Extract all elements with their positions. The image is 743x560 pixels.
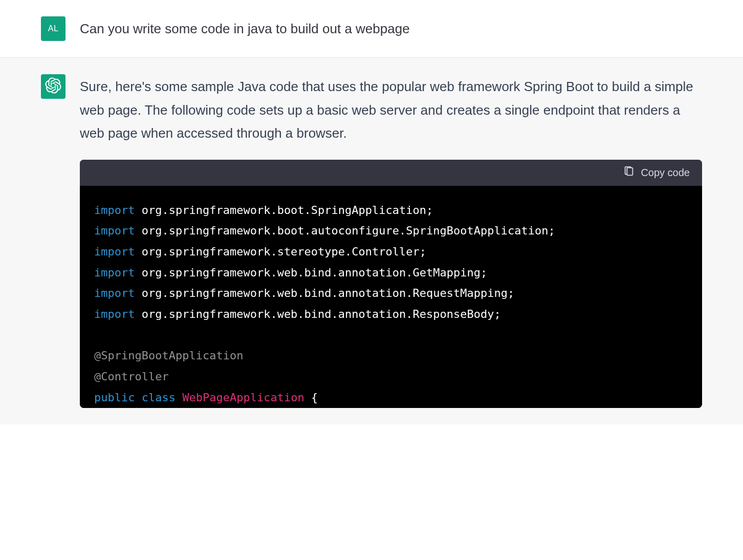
user-message: AL Can you write some code in java to bu… [0,0,743,58]
code-token-annotation: @SpringBootApplication [94,349,243,362]
assistant-message-content: Sure, here's some sample Java code that … [80,74,702,408]
user-avatar: AL [41,16,65,41]
code-pre: import org.springframework.boot.SpringAp… [94,200,688,408]
openai-logo-icon [45,77,61,96]
code-token-plain [176,391,182,404]
code-token-keyword: import [94,308,135,320]
code-token-classname: WebPageApplication [182,391,304,404]
copy-code-label: Copy code [641,167,690,179]
assistant-message: Sure, here's some sample Java code that … [0,58,743,424]
copy-code-button[interactable]: Copy code [623,166,690,180]
code-token-plain: org.springframework.web.bind.annotation.… [135,308,500,320]
code-token-plain: org.springframework.stereotype.Controlle… [135,245,426,258]
svg-rect-0 [627,167,633,175]
assistant-intro-text: Sure, here's some sample Java code that … [80,75,702,145]
clipboard-icon [623,166,635,180]
user-avatar-initials: AL [48,24,59,33]
code-token-keyword: import [94,224,135,237]
user-message-content: Can you write some code in java to build… [80,16,702,41]
code-block-content[interactable]: import org.springframework.boot.SpringAp… [80,186,702,408]
code-token-annotation: @Controller [94,370,169,383]
code-block: Copy code import org.springframework.boo… [80,160,702,408]
code-token-plain: org.springframework.boot.autoconfigure.S… [135,224,555,237]
code-token-keyword: class [142,391,176,404]
code-token-plain: { [304,391,318,404]
code-token-plain: org.springframework.web.bind.annotation.… [135,287,514,299]
code-token-keyword: import [94,204,135,217]
code-token-plain: org.springframework.web.bind.annotation.… [135,266,487,279]
code-block-header: Copy code [80,160,702,186]
code-token-keyword: import [94,266,135,279]
code-token-plain: org.springframework.boot.SpringApplicati… [135,204,433,217]
code-token-keyword: public [94,391,135,404]
code-token-plain [135,391,141,404]
assistant-avatar [41,74,65,99]
code-token-keyword: import [94,287,135,299]
code-token-keyword: import [94,245,135,258]
